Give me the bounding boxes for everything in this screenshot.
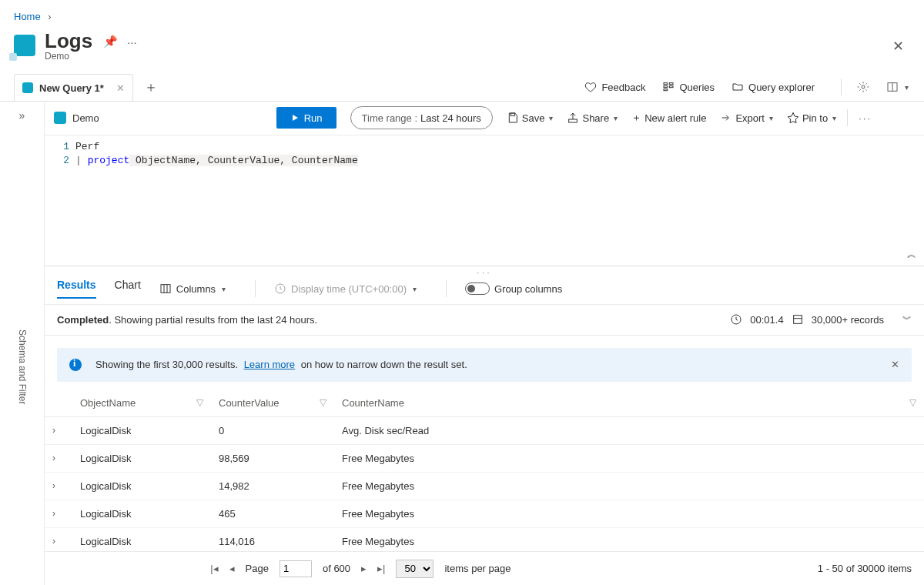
columns-icon [159, 282, 172, 295]
export-icon [720, 112, 732, 124]
chevron-down-icon: ▾ [905, 83, 909, 92]
pin-icon[interactable]: 📌 [103, 35, 118, 48]
feedback-button[interactable]: Feedback [583, 78, 647, 96]
breadcrumb: Home › [0, 0, 924, 27]
play-icon [290, 113, 300, 122]
svg-rect-8 [511, 113, 514, 115]
table-row[interactable]: ›LogicalDisk14,982Free Megabytes [45, 472, 924, 500]
info-icon [69, 359, 82, 371]
query-tab-label: New Query 1* [39, 82, 104, 94]
more-actions-button[interactable]: ··· [859, 112, 872, 124]
svg-rect-4 [670, 86, 674, 88]
table-row[interactable]: ›LogicalDisk465Free Megabytes [45, 500, 924, 527]
svg-rect-0 [664, 83, 668, 85]
tab-results[interactable]: Results [57, 279, 96, 299]
queries-icon [662, 81, 675, 93]
run-button[interactable]: Run [276, 107, 336, 129]
status-bar: Completed. Showing partial results from … [45, 305, 924, 336]
add-tab-button[interactable]: ＋ [144, 78, 158, 96]
query-editor[interactable]: 1 2 Perf | project ObjectName, CounterVa… [45, 135, 924, 266]
columns-button[interactable]: Columns▾ [159, 282, 226, 295]
svg-rect-9 [569, 119, 578, 122]
save-icon [507, 112, 519, 124]
column-header-countervalue[interactable]: CounterValue▽ [211, 389, 334, 417]
expand-row-icon[interactable]: › [45, 416, 72, 444]
page-first-button[interactable]: |◂ [210, 563, 218, 574]
expand-row-icon[interactable]: › [45, 500, 72, 527]
page-title: Logs [45, 30, 92, 52]
query-explorer-button[interactable]: Query explorer [730, 78, 816, 96]
table-row[interactable]: ›LogicalDisk98,569Free Megabytes [45, 444, 924, 472]
layout-panel-button[interactable]: ▾ [885, 78, 910, 96]
expand-status-button[interactable]: ︾ [902, 313, 912, 326]
more-icon[interactable]: ··· [127, 35, 137, 48]
folder-icon [732, 81, 744, 93]
banner-close-button[interactable]: ✕ [891, 359, 899, 370]
items-per-page-select[interactable]: 50 [396, 560, 434, 578]
tab-close-icon[interactable]: ✕ [116, 82, 125, 94]
records-count: 30,000+ records [812, 314, 884, 326]
page-prev-button[interactable]: ◂ [229, 563, 235, 574]
tab-chart[interactable]: Chart [115, 279, 141, 299]
learn-more-link[interactable]: Learn more [244, 359, 295, 370]
svg-rect-3 [670, 83, 674, 85]
logs-icon [14, 35, 35, 56]
svg-point-5 [862, 85, 865, 89]
plus-icon: ＋ [631, 111, 641, 125]
group-columns-toggle[interactable]: Group columns [465, 282, 562, 295]
scroll-indicator-icon: ︽ [907, 248, 916, 261]
close-button[interactable]: ✕ [886, 35, 910, 58]
query-tab-icon [22, 82, 33, 93]
clock-icon [730, 313, 742, 326]
time-range-selector[interactable]: Time range : Last 24 hours [350, 106, 493, 129]
page-next-button[interactable]: ▸ [361, 563, 367, 574]
display-time-button[interactable]: Display time (UTC+00:00)▾ [274, 282, 417, 295]
info-banner: Showing the first 30,000 results. Learn … [57, 348, 912, 382]
share-button[interactable]: Share▾ [567, 112, 618, 124]
column-header-objectname[interactable]: ObjectName▽ [72, 389, 211, 417]
breadcrumb-home[interactable]: Home [14, 11, 41, 22]
pin-to-button[interactable]: Pin to▾ [787, 112, 836, 124]
scope-selector[interactable]: Demo [54, 112, 99, 124]
svg-rect-2 [664, 89, 668, 91]
expand-row-icon[interactable]: › [45, 472, 72, 500]
svg-rect-10 [161, 285, 170, 293]
expand-row-icon[interactable]: › [45, 444, 72, 472]
heart-icon [584, 81, 597, 93]
records-icon [792, 313, 804, 326]
scope-icon [54, 112, 66, 124]
clock-icon [274, 282, 286, 295]
schema-panel-label: Schema and Filter [17, 329, 28, 404]
pagination-bar: |◂ ◂ Page of 600 ▸ ▸| 50 items per page … [45, 551, 924, 585]
filter-icon[interactable]: ▽ [196, 397, 203, 408]
column-header-countername[interactable]: CounterName▽ [334, 389, 924, 417]
toggle-switch[interactable] [465, 282, 490, 295]
new-alert-button[interactable]: ＋ New alert rule [631, 111, 706, 125]
query-duration: 00:01.4 [750, 314, 783, 326]
export-button[interactable]: Export▾ [720, 112, 773, 124]
svg-rect-15 [793, 316, 802, 324]
schema-panel-collapsed: » Schema and Filter [0, 102, 45, 585]
expand-panel-button[interactable]: » [12, 102, 33, 129]
share-icon [567, 112, 579, 124]
queries-button[interactable]: Queries [661, 78, 716, 96]
svg-rect-1 [664, 86, 668, 88]
filter-icon[interactable]: ▽ [320, 397, 326, 408]
page-last-button[interactable]: ▸| [377, 563, 385, 574]
resize-handle[interactable]: ··· [45, 266, 924, 274]
query-tab[interactable]: New Query 1* ✕ [14, 74, 133, 101]
table-row[interactable]: ›LogicalDisk0Avg. Disk sec/Read [45, 416, 924, 444]
settings-icon[interactable] [855, 78, 871, 96]
page-number-input[interactable] [280, 560, 312, 577]
pin-icon [787, 112, 799, 124]
save-button[interactable]: Save▾ [507, 112, 554, 124]
pagination-summary: 1 - 50 of 30000 items [818, 563, 912, 574]
filter-icon[interactable]: ▽ [909, 397, 916, 408]
chevron-right-icon: › [48, 11, 51, 22]
